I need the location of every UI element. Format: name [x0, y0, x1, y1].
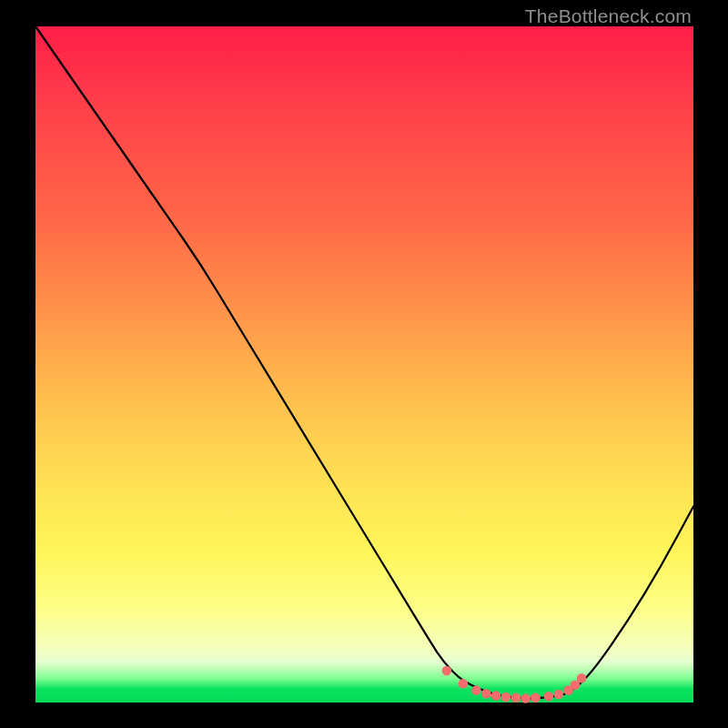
- pink-dots-series: [442, 666, 587, 703]
- pink-dot: [577, 673, 587, 683]
- pink-dot: [471, 685, 481, 695]
- pink-dot: [491, 691, 501, 701]
- watermark-text: TheBottleneck.com: [525, 5, 692, 27]
- pink-dot: [511, 693, 521, 703]
- pink-dot: [554, 690, 564, 700]
- pink-dot: [501, 693, 511, 703]
- plot-area: [35, 26, 693, 703]
- pink-dot: [459, 679, 469, 689]
- pink-dot: [442, 666, 452, 676]
- chart-svg: [35, 26, 693, 703]
- black-curve-line: [35, 26, 693, 698]
- pink-dot: [481, 689, 491, 699]
- chart-frame: TheBottleneck.com: [0, 0, 728, 728]
- pink-dot: [544, 692, 554, 702]
- pink-dot: [531, 693, 541, 703]
- pink-dot: [521, 693, 531, 703]
